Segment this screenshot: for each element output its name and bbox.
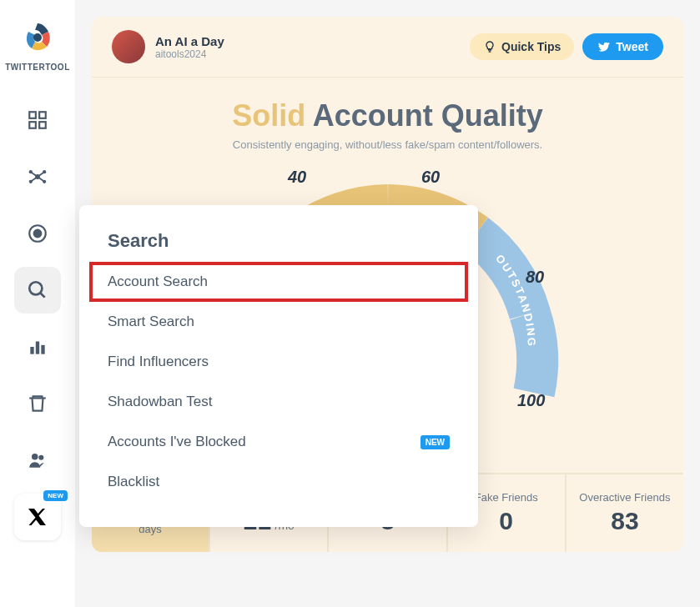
svg-rect-4 — [39, 122, 46, 128]
trash-icon — [27, 393, 48, 414]
svg-rect-20 — [41, 345, 44, 354]
svg-rect-19 — [36, 342, 39, 354]
x-logo-icon — [28, 507, 48, 527]
svg-rect-1 — [29, 112, 36, 118]
svg-line-17 — [40, 293, 44, 297]
nav-target[interactable] — [14, 210, 61, 257]
popup-item-label: Blacklist — [108, 474, 159, 490]
svg-line-13 — [38, 177, 44, 182]
twitter-icon — [597, 40, 611, 53]
svg-point-15 — [34, 230, 42, 238]
sidebar: TWITTERTOOL NEW — [0, 0, 75, 607]
popup-item-label: Shadowban Test — [108, 394, 212, 410]
network-icon — [26, 165, 49, 188]
new-badge: NEW — [43, 490, 68, 501]
popup-item-shadowban-test[interactable]: Shadowban Test — [79, 382, 478, 422]
gauge-tick-40: 40 — [288, 168, 306, 187]
popup-item-label: Smart Search — [108, 314, 194, 330]
quality-heading: Solid Account Quality Consistently engag… — [92, 78, 683, 159]
svg-rect-18 — [30, 347, 33, 354]
nav-trash[interactable] — [14, 380, 61, 427]
profile-block: An AI a Day aitools2024 — [112, 30, 224, 63]
svg-line-11 — [38, 172, 44, 177]
gauge-tick-80: 80 — [526, 268, 544, 287]
svg-line-10 — [31, 172, 38, 177]
quality-word-solid: Solid — [232, 98, 305, 133]
svg-point-22 — [38, 455, 43, 460]
brand-name: TWITTERTOOL — [5, 63, 70, 72]
people-icon — [27, 449, 48, 471]
nav-analytics[interactable] — [14, 324, 61, 370]
quick-tips-button[interactable]: Quick Tips — [470, 33, 574, 60]
nav-x[interactable]: NEW — [14, 494, 61, 540]
chart-icon — [27, 336, 48, 358]
nav-network[interactable] — [14, 153, 61, 200]
popup-item-blacklist[interactable]: Blacklist — [79, 462, 478, 502]
quality-word-rest: Account Quality — [313, 98, 543, 133]
nav-people[interactable] — [14, 437, 61, 484]
nav-search[interactable] — [14, 267, 61, 314]
popup-item-label: Find Influencers — [108, 354, 209, 370]
svg-point-16 — [29, 282, 42, 294]
popup-item-smart-search[interactable]: Smart Search — [79, 302, 478, 342]
popup-item-label: Account Search — [108, 273, 208, 290]
quick-tips-label: Quick Tips — [501, 40, 561, 53]
tweet-button[interactable]: Tweet — [582, 33, 663, 60]
new-pill: NEW — [421, 435, 450, 449]
brand-logo — [17, 17, 58, 58]
target-icon — [27, 223, 48, 244]
tweet-label: Tweet — [616, 40, 648, 53]
quality-subtitle: Consistently engaging, without/less fake… — [108, 138, 667, 151]
dashboard-icon — [27, 109, 48, 131]
avatar — [112, 30, 145, 63]
profile-handle: aitools2024 — [155, 48, 224, 60]
popup-item-find-influencers[interactable]: Find Influencers — [79, 342, 478, 382]
profile-name: An AI a Day — [155, 34, 224, 48]
svg-point-21 — [32, 454, 38, 460]
stat-label: Overactive Friends — [573, 491, 677, 504]
lightbulb-icon — [483, 40, 496, 53]
gauge-tick-100: 100 — [517, 391, 545, 410]
stat-value: 83 — [573, 507, 677, 535]
search-popup: Search Account Search Smart Search Find … — [79, 205, 478, 527]
svg-point-0 — [33, 33, 42, 42]
svg-rect-3 — [29, 122, 36, 128]
gauge-tick-60: 60 — [421, 168, 440, 187]
popup-item-label: Accounts I've Blocked — [108, 434, 246, 450]
stat-overactive-friends: Overactive Friends 83 — [567, 474, 683, 552]
popup-title: Search — [79, 230, 478, 262]
popup-item-account-search[interactable]: Account Search — [89, 262, 468, 302]
svg-rect-2 — [39, 112, 46, 118]
header-actions: Quick Tips Tweet — [470, 33, 663, 60]
popup-item-accounts-blocked[interactable]: Accounts I've Blocked NEW — [79, 422, 478, 462]
search-icon — [27, 279, 48, 301]
nav-dashboard[interactable] — [14, 97, 61, 143]
svg-line-12 — [31, 177, 38, 182]
card-header: An AI a Day aitools2024 Quick Tips Tweet — [92, 17, 683, 78]
